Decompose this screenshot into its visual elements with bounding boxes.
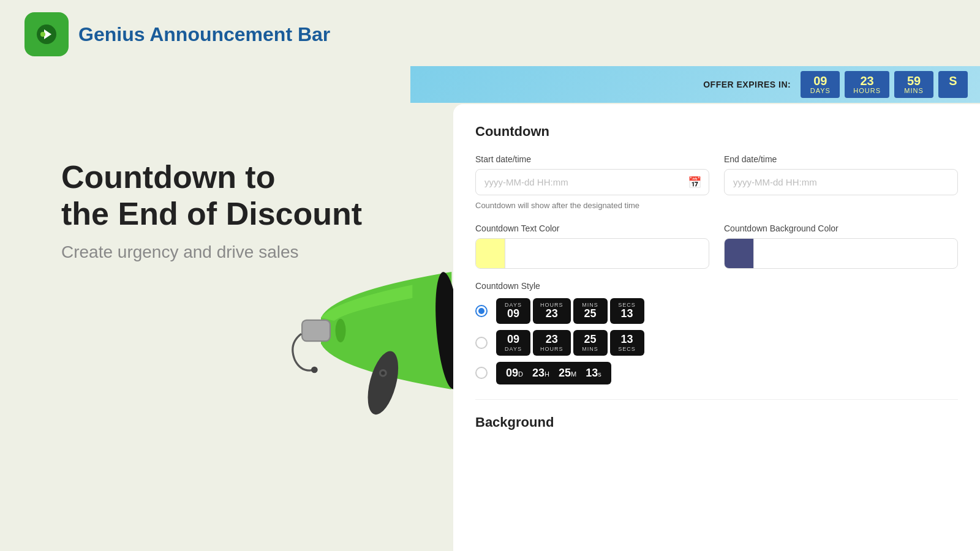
- preview-bar: OFFER EXPIRES IN: 09 DAYS 23 HOURS 59 MI…: [410, 66, 980, 103]
- end-date-input-wrapper[interactable]: [724, 169, 958, 195]
- start-date-input[interactable]: [476, 170, 680, 195]
- date-fields-row: Start date/time 📅 Countdown will show af…: [475, 154, 958, 211]
- app-header: Genius Announcement Bar: [0, 0, 980, 69]
- text-color-label: Countdown Text Color: [475, 223, 709, 233]
- settings-panel: Countdown Start date/time 📅 Countdown wi…: [453, 104, 980, 551]
- end-date-input[interactable]: [725, 170, 957, 195]
- style1-days: DAYS 09: [496, 298, 530, 324]
- background-section-title: Background: [475, 414, 958, 430]
- preview-days: 09 DAYS: [801, 71, 840, 98]
- text-color-input-wrapper[interactable]: #feff93: [475, 238, 709, 269]
- color-fields-row: Countdown Text Color #feff93 Countdown B…: [475, 223, 958, 269]
- style-radio-1[interactable]: [475, 305, 488, 317]
- style2-secs: 13 SECS: [610, 330, 644, 356]
- start-date-field: Start date/time 📅 Countdown will show af…: [475, 154, 709, 211]
- text-color-field: Countdown Text Color #feff93: [475, 223, 709, 269]
- end-date-label: End date/time: [724, 154, 958, 164]
- text-color-swatch[interactable]: [476, 239, 505, 268]
- countdown-section-title: Countdown: [475, 124, 958, 140]
- svg-point-9: [311, 367, 318, 373]
- preview-secs: S: [938, 71, 968, 98]
- countdown-style-section: Countdown Style DAYS 09 HOURS 23 MINS: [475, 281, 958, 384]
- start-date-label: Start date/time: [475, 154, 709, 164]
- style2-hours: 23 HOURS: [533, 330, 571, 356]
- style-radio-2[interactable]: [475, 337, 488, 349]
- svg-point-8: [335, 319, 345, 342]
- style-option-2[interactable]: 09 DAYS 23 HOURS 25 MINS 13 SECS: [475, 330, 958, 356]
- style-preview-2: 09 DAYS 23 HOURS 25 MINS 13 SECS: [496, 330, 644, 356]
- style-option-3[interactable]: 09D 23H 25M 13s: [475, 362, 958, 384]
- style-preview-3: 09D 23H 25M 13s: [496, 362, 611, 384]
- countdown-style-label: Countdown Style: [475, 281, 958, 291]
- background-section: Background: [475, 399, 958, 430]
- start-date-calendar-icon[interactable]: 📅: [680, 176, 709, 189]
- offer-expires-label: OFFER EXPIRES IN:: [703, 80, 791, 89]
- svg-point-7: [381, 371, 385, 375]
- style2-mins: 25 MINS: [573, 330, 608, 356]
- bg-color-field: Countdown Background Color #1218457d: [724, 223, 958, 269]
- app-title: Genius Announcement Bar: [78, 23, 330, 46]
- svg-point-0: [40, 32, 45, 37]
- preview-mins: 59 MINS: [894, 71, 933, 98]
- text-color-input[interactable]: #feff93: [505, 241, 709, 266]
- style2-days: 09 DAYS: [496, 330, 530, 356]
- style-radio-3[interactable]: [475, 367, 488, 379]
- marketing-title: Countdown to the End of Discount: [61, 159, 392, 233]
- megaphone-illustration: [282, 233, 478, 429]
- style1-secs: SECS 13: [610, 298, 644, 324]
- style1-hours: HOURS 23: [533, 298, 571, 324]
- style-preview-1: DAYS 09 HOURS 23 MINS 25 SECS 13: [496, 298, 644, 324]
- style-option-1[interactable]: DAYS 09 HOURS 23 MINS 25 SECS 13: [475, 298, 958, 324]
- start-date-input-wrapper[interactable]: 📅: [475, 169, 709, 195]
- bg-color-input-wrapper[interactable]: #1218457d: [724, 238, 958, 269]
- end-date-field: End date/time: [724, 154, 958, 211]
- style-options: DAYS 09 HOURS 23 MINS 25 SECS 13: [475, 298, 958, 384]
- bg-color-swatch[interactable]: [725, 239, 754, 268]
- bg-color-label: Countdown Background Color: [724, 223, 958, 233]
- style1-mins: MINS 25: [573, 298, 608, 324]
- preview-hours: 23 HOURS: [845, 71, 889, 98]
- start-date-helper: Countdown will show after the designated…: [475, 200, 709, 211]
- bg-color-input[interactable]: #1218457d: [754, 241, 957, 266]
- svg-rect-4: [303, 321, 330, 340]
- app-logo: [24, 12, 69, 56]
